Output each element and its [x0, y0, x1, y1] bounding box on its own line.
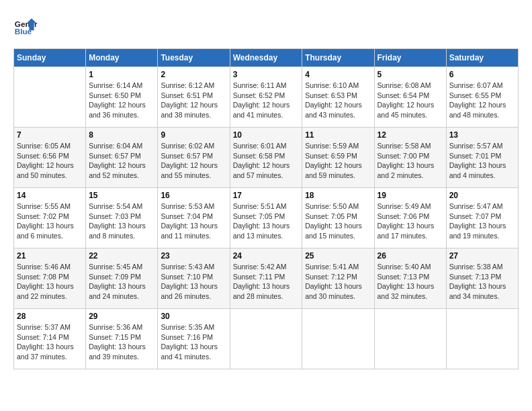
calendar-cell: 17Sunrise: 5:51 AM Sunset: 7:05 PM Dayli…: [230, 188, 302, 248]
day-info: Sunrise: 5:55 AM Sunset: 7:02 PM Dayligh…: [17, 201, 83, 241]
column-header-sunday: Sunday: [14, 49, 86, 67]
calendar-cell: 14Sunrise: 5:55 AM Sunset: 7:02 PM Dayli…: [14, 188, 86, 248]
day-info: Sunrise: 6:07 AM Sunset: 6:55 PM Dayligh…: [449, 81, 515, 120]
column-header-thursday: Thursday: [302, 49, 374, 67]
day-number: 4: [305, 70, 371, 79]
day-number: 26: [378, 251, 443, 261]
day-number: 19: [378, 191, 443, 200]
day-number: 22: [89, 251, 154, 261]
calendar-cell: 22Sunrise: 5:45 AM Sunset: 7:09 PM Dayli…: [86, 248, 158, 309]
calendar-header: SundayMondayTuesdayWednesdayThursdayFrid…: [14, 49, 519, 67]
calendar-table: SundayMondayTuesdayWednesdayThursdayFrid…: [13, 48, 519, 369]
calendar-cell: [302, 309, 374, 369]
week-row-4: 21Sunrise: 5:46 AM Sunset: 7:08 PM Dayli…: [14, 248, 519, 309]
calendar-cell: 11Sunrise: 5:59 AM Sunset: 6:59 PM Dayli…: [302, 128, 374, 188]
page-header: General Blue: [13, 13, 519, 38]
day-info: Sunrise: 5:47 AM Sunset: 7:07 PM Dayligh…: [449, 201, 515, 241]
day-info: Sunrise: 6:11 AM Sunset: 6:52 PM Dayligh…: [233, 81, 300, 120]
calendar-cell: [230, 309, 302, 369]
day-number: 20: [449, 191, 515, 200]
day-info: Sunrise: 5:51 AM Sunset: 7:05 PM Dayligh…: [233, 201, 300, 241]
day-info: Sunrise: 5:58 AM Sunset: 7:00 PM Dayligh…: [378, 141, 443, 181]
calendar-cell: 10Sunrise: 6:01 AM Sunset: 6:58 PM Dayli…: [230, 128, 302, 188]
day-info: Sunrise: 5:41 AM Sunset: 7:12 PM Dayligh…: [305, 262, 371, 302]
day-number: 1: [89, 70, 154, 79]
day-number: 7: [17, 130, 83, 140]
day-info: Sunrise: 5:49 AM Sunset: 7:06 PM Dayligh…: [378, 201, 443, 241]
calendar-cell: [374, 309, 446, 369]
day-number: 21: [17, 251, 83, 261]
calendar-cell: [446, 309, 518, 369]
day-number: 5: [378, 70, 443, 79]
day-number: 23: [161, 251, 226, 261]
calendar-cell: 15Sunrise: 5:54 AM Sunset: 7:03 PM Dayli…: [86, 188, 158, 248]
day-number: 12: [378, 130, 443, 140]
calendar-cell: 1Sunrise: 6:14 AM Sunset: 6:50 PM Daylig…: [86, 67, 158, 128]
logo-icon: General Blue: [13, 13, 38, 38]
day-number: 9: [161, 130, 226, 140]
calendar-cell: 2Sunrise: 6:12 AM Sunset: 6:51 PM Daylig…: [158, 67, 230, 128]
calendar-cell: 9Sunrise: 6:02 AM Sunset: 6:57 PM Daylig…: [158, 128, 230, 188]
day-info: Sunrise: 5:36 AM Sunset: 7:15 PM Dayligh…: [89, 322, 154, 362]
calendar-cell: 21Sunrise: 5:46 AM Sunset: 7:08 PM Dayli…: [14, 248, 86, 309]
day-info: Sunrise: 5:50 AM Sunset: 7:05 PM Dayligh…: [305, 201, 371, 241]
calendar-cell: 23Sunrise: 5:43 AM Sunset: 7:10 PM Dayli…: [158, 248, 230, 309]
day-number: 2: [161, 70, 226, 79]
day-info: Sunrise: 5:40 AM Sunset: 7:13 PM Dayligh…: [378, 262, 443, 302]
day-number: 30: [161, 312, 226, 321]
day-number: 10: [233, 130, 300, 140]
calendar-cell: 25Sunrise: 5:41 AM Sunset: 7:12 PM Dayli…: [302, 248, 374, 309]
day-number: 8: [89, 130, 154, 140]
day-info: Sunrise: 6:05 AM Sunset: 6:56 PM Dayligh…: [17, 141, 83, 181]
day-number: 24: [233, 251, 300, 261]
day-number: 15: [89, 191, 154, 200]
calendar-cell: 28Sunrise: 5:37 AM Sunset: 7:14 PM Dayli…: [14, 309, 86, 369]
calendar-cell: 8Sunrise: 6:04 AM Sunset: 6:57 PM Daylig…: [86, 128, 158, 188]
calendar-cell: 26Sunrise: 5:40 AM Sunset: 7:13 PM Dayli…: [374, 248, 446, 309]
day-number: 27: [449, 251, 515, 261]
calendar-cell: 12Sunrise: 5:58 AM Sunset: 7:00 PM Dayli…: [374, 128, 446, 188]
calendar-cell: 27Sunrise: 5:38 AM Sunset: 7:13 PM Dayli…: [446, 248, 518, 309]
calendar-cell: 4Sunrise: 6:10 AM Sunset: 6:53 PM Daylig…: [302, 67, 374, 128]
column-header-friday: Friday: [374, 49, 446, 67]
calendar-cell: 16Sunrise: 5:53 AM Sunset: 7:04 PM Dayli…: [158, 188, 230, 248]
day-number: 16: [161, 191, 226, 200]
day-number: 25: [305, 251, 371, 261]
day-info: Sunrise: 5:42 AM Sunset: 7:11 PM Dayligh…: [233, 262, 300, 302]
day-info: Sunrise: 5:43 AM Sunset: 7:10 PM Dayligh…: [161, 262, 226, 302]
day-info: Sunrise: 5:38 AM Sunset: 7:13 PM Dayligh…: [449, 262, 515, 302]
column-header-wednesday: Wednesday: [230, 49, 302, 67]
day-number: 13: [449, 130, 515, 140]
logo: General Blue: [13, 13, 38, 38]
day-info: Sunrise: 6:04 AM Sunset: 6:57 PM Dayligh…: [89, 141, 154, 181]
week-row-5: 28Sunrise: 5:37 AM Sunset: 7:14 PM Dayli…: [14, 309, 519, 369]
day-info: Sunrise: 6:12 AM Sunset: 6:51 PM Dayligh…: [161, 81, 226, 120]
day-info: Sunrise: 5:59 AM Sunset: 6:59 PM Dayligh…: [305, 141, 371, 181]
calendar-cell: 29Sunrise: 5:36 AM Sunset: 7:15 PM Dayli…: [86, 309, 158, 369]
calendar-cell: 6Sunrise: 6:07 AM Sunset: 6:55 PM Daylig…: [446, 67, 518, 128]
day-info: Sunrise: 6:02 AM Sunset: 6:57 PM Dayligh…: [161, 141, 226, 181]
day-info: Sunrise: 6:08 AM Sunset: 6:54 PM Dayligh…: [378, 81, 443, 120]
calendar-cell: 18Sunrise: 5:50 AM Sunset: 7:05 PM Dayli…: [302, 188, 374, 248]
day-number: 11: [305, 130, 371, 140]
week-row-3: 14Sunrise: 5:55 AM Sunset: 7:02 PM Dayli…: [14, 188, 519, 248]
day-number: 29: [89, 312, 154, 321]
calendar-cell: 5Sunrise: 6:08 AM Sunset: 6:54 PM Daylig…: [374, 67, 446, 128]
day-number: 3: [233, 70, 300, 79]
day-info: Sunrise: 6:10 AM Sunset: 6:53 PM Dayligh…: [305, 81, 371, 120]
day-number: 6: [449, 70, 515, 79]
calendar-cell: 24Sunrise: 5:42 AM Sunset: 7:11 PM Dayli…: [230, 248, 302, 309]
week-row-1: 1Sunrise: 6:14 AM Sunset: 6:50 PM Daylig…: [14, 67, 519, 128]
calendar-cell: [14, 67, 86, 128]
column-header-saturday: Saturday: [446, 49, 518, 67]
header-row: SundayMondayTuesdayWednesdayThursdayFrid…: [14, 49, 519, 67]
week-row-2: 7Sunrise: 6:05 AM Sunset: 6:56 PM Daylig…: [14, 128, 519, 188]
calendar-cell: 3Sunrise: 6:11 AM Sunset: 6:52 PM Daylig…: [230, 67, 302, 128]
column-header-monday: Monday: [86, 49, 158, 67]
day-info: Sunrise: 6:01 AM Sunset: 6:58 PM Dayligh…: [233, 141, 300, 181]
calendar-body: 1Sunrise: 6:14 AM Sunset: 6:50 PM Daylig…: [14, 67, 519, 369]
day-number: 14: [17, 191, 83, 200]
day-info: Sunrise: 5:46 AM Sunset: 7:08 PM Dayligh…: [17, 262, 83, 302]
day-info: Sunrise: 5:57 AM Sunset: 7:01 PM Dayligh…: [449, 141, 515, 181]
day-info: Sunrise: 5:35 AM Sunset: 7:16 PM Dayligh…: [161, 322, 226, 362]
